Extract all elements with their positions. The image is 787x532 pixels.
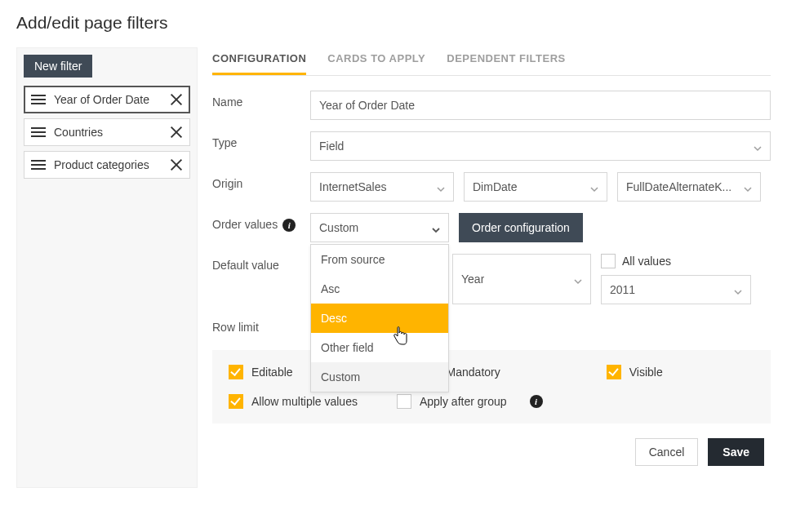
main-panel: Configuration Cards to apply Dependent f…	[212, 47, 771, 488]
drag-icon[interactable]	[31, 127, 46, 137]
apply-after-group-label: Apply after group	[420, 395, 507, 408]
editable-checkbox[interactable]	[229, 365, 243, 379]
close-icon[interactable]	[170, 93, 183, 106]
visible-checkbox[interactable]	[607, 365, 621, 379]
filter-item-countries[interactable]: Countries	[24, 118, 190, 146]
drag-icon[interactable]	[31, 160, 46, 170]
label-type: Type	[212, 136, 237, 151]
drag-icon[interactable]	[31, 95, 46, 104]
chevron-down-icon	[744, 183, 752, 191]
type-select-value: Field	[319, 140, 344, 153]
visible-label: Visible	[629, 366, 663, 379]
filter-item-label: Countries	[54, 126, 162, 139]
order-values-select-value: Custom	[319, 221, 358, 234]
default-value-value: 2011	[610, 283, 635, 296]
filter-item-year-of-order-date[interactable]: Year of Order Date	[24, 86, 190, 113]
filters-sidebar: New filter Year of Order Date Countries …	[16, 47, 198, 488]
allow-multiple-checkbox[interactable]	[229, 394, 243, 409]
modal-title: Add/edit page filters	[16, 13, 771, 33]
origin-select-3[interactable]: FullDateAlternateK...	[617, 172, 761, 202]
filter-item-label: Year of Order Date	[54, 93, 162, 106]
dropdown-item-custom[interactable]: Custom	[311, 362, 448, 392]
all-values-checkbox[interactable]	[601, 254, 616, 268]
info-icon[interactable]: i	[282, 219, 296, 232]
chevron-down-icon	[734, 286, 742, 294]
apply-after-group-checkbox[interactable]	[397, 394, 411, 409]
dropdown-item-from-source[interactable]: From source	[311, 245, 448, 274]
filter-item-label: Product categories	[54, 158, 162, 171]
type-select[interactable]: Field	[310, 131, 771, 161]
label-name: Name	[212, 95, 242, 110]
origin-select-2-value: DimDate	[473, 180, 517, 193]
all-values-label: All values	[622, 255, 671, 268]
close-icon[interactable]	[170, 158, 183, 171]
filter-item-product-categories[interactable]: Product categories	[24, 151, 190, 179]
chevron-down-icon	[574, 275, 582, 283]
options-panel: Editable Mandatory Visible	[212, 350, 771, 423]
origin-select-2[interactable]: DimDate	[464, 172, 607, 202]
close-icon[interactable]	[170, 126, 183, 139]
info-icon[interactable]: i	[530, 395, 543, 408]
chevron-down-icon	[754, 142, 762, 150]
default-period-select[interactable]: Year	[452, 254, 591, 304]
default-period-value: Year	[461, 273, 484, 286]
label-order-values: Order values	[212, 218, 278, 233]
chevron-down-icon	[432, 224, 440, 232]
save-button[interactable]: Save	[708, 438, 764, 466]
dropdown-item-desc[interactable]: Desc	[311, 304, 448, 333]
name-input[interactable]	[310, 91, 771, 120]
origin-select-1-value: InternetSales	[319, 180, 387, 193]
order-values-dropdown[interactable]: From sourceAscDescOther fieldCustom	[310, 244, 449, 392]
order-configuration-button[interactable]: Order configuration	[459, 213, 583, 242]
origin-select-3-value: FullDateAlternateK...	[626, 180, 731, 193]
label-row-limit: Row limit	[212, 321, 259, 335]
dropdown-item-asc[interactable]: Asc	[311, 274, 448, 304]
dropdown-item-other-field[interactable]: Other field	[311, 333, 448, 362]
editable-label: Editable	[251, 366, 293, 379]
label-default-value: Default value	[212, 259, 279, 273]
allow-multiple-label: Allow multiple values	[251, 395, 358, 408]
cancel-button[interactable]: Cancel	[635, 438, 699, 466]
chevron-down-icon	[437, 183, 445, 191]
tab-cards-to-apply[interactable]: Cards to apply	[327, 47, 425, 75]
tab-dependent-filters[interactable]: Dependent filters	[447, 47, 566, 75]
tabs: Configuration Cards to apply Dependent f…	[212, 47, 771, 76]
default-value-select[interactable]: 2011	[601, 275, 751, 304]
filter-list: Year of Order Date Countries Product cat…	[24, 86, 190, 179]
new-filter-button[interactable]: New filter	[24, 55, 92, 78]
mandatory-label: Mandatory	[447, 366, 500, 379]
order-values-select[interactable]: Custom	[310, 213, 449, 242]
tab-configuration[interactable]: Configuration	[212, 47, 306, 75]
label-origin: Origin	[212, 177, 242, 192]
chevron-down-icon	[590, 183, 598, 191]
origin-select-1[interactable]: InternetSales	[310, 172, 454, 202]
